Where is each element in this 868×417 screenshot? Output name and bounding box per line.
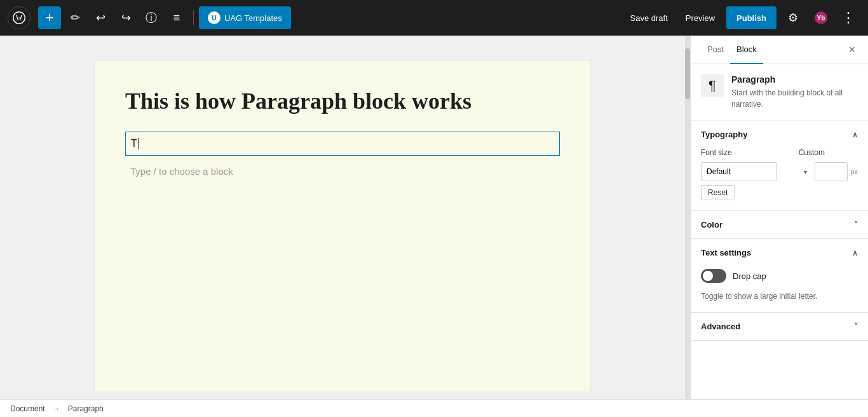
reset-button[interactable]: Reset	[701, 185, 735, 200]
list-view-button[interactable]: ≡	[165, 6, 188, 29]
text-settings-panel-content: Drop cap Toggle to show a large initial …	[691, 266, 868, 312]
px-unit-label: px	[850, 168, 858, 175]
drop-cap-label: Drop cap	[733, 271, 766, 281]
custom-px-input[interactable]	[815, 162, 848, 181]
more-icon: ⋮	[841, 10, 857, 26]
block-info-text: Paragraph Start with the building block …	[731, 74, 858, 110]
drop-cap-toggle[interactable]	[701, 269, 726, 283]
scrollbar-thumb[interactable]	[685, 48, 690, 99]
info-icon: ⓘ	[146, 10, 157, 25]
preview-button[interactable]: Preview	[679, 10, 721, 27]
font-size-select[interactable]: Default Small Medium Large Extra Large	[701, 162, 777, 181]
redo-icon: ↪	[121, 11, 131, 25]
toolbar-divider	[193, 10, 194, 25]
svg-text:Yb: Yb	[817, 15, 825, 22]
paragraph-breadcrumb: Paragraph	[68, 404, 104, 413]
block-description: Start with the building block of all nar…	[731, 87, 858, 110]
font-size-select-wrap: Default Small Medium Large Extra Large ▾	[701, 162, 811, 181]
block-name: Paragraph	[731, 74, 858, 85]
drop-cap-description: Toggle to show a large initial letter.	[701, 291, 858, 302]
font-size-controls: Default Small Medium Large Extra Large ▾…	[701, 162, 858, 200]
add-block-button[interactable]: +	[38, 6, 61, 29]
typography-chevron-up-icon: ∧	[852, 130, 858, 139]
yoast-button[interactable]: Yb	[810, 6, 832, 29]
font-size-labels-row: Font size Custom	[701, 148, 858, 157]
font-size-label: Font size	[701, 148, 732, 157]
uag-label: UAG Templates	[224, 13, 282, 23]
wp-logo[interactable]	[8, 6, 31, 29]
paragraph-cursor-area: T	[131, 135, 554, 153]
document-label: Document	[10, 404, 45, 413]
edit-icon-button[interactable]: ✏	[64, 6, 86, 29]
font-size-select-chevron-icon: ▾	[804, 168, 807, 175]
uag-templates-button[interactable]: U UAG Templates	[199, 6, 291, 29]
more-options-button[interactable]: ⋮	[837, 6, 860, 29]
breadcrumb-arrow: →	[53, 404, 60, 413]
settings-button[interactable]: ⚙	[782, 6, 804, 29]
color-label: Color	[701, 220, 722, 229]
editor-canvas[interactable]: This is how Paragraph block works T Type…	[95, 61, 590, 392]
custom-px-wrap: px	[815, 162, 858, 181]
advanced-panel: Advanced ˅	[691, 313, 868, 341]
toolbar-left: + ✏ ↩ ↪ ⓘ ≡ U UAG Templates	[8, 6, 621, 29]
main-area: This is how Paragraph block works T Type…	[0, 36, 868, 399]
close-icon: ×	[848, 43, 855, 56]
typography-panel: Typography ∧ Font size Custom Default Sm…	[691, 121, 868, 211]
advanced-chevron-down-icon: ˅	[854, 322, 858, 331]
cursor-text: T	[131, 138, 137, 149]
pencil-icon: ✏	[71, 11, 80, 25]
yoast-icon: Yb	[812, 9, 830, 27]
tab-post[interactable]: Post	[701, 36, 730, 64]
color-chevron-down-icon: ˅	[854, 221, 858, 229]
editor-scrollbar[interactable]	[685, 36, 690, 399]
advanced-label: Advanced	[701, 322, 740, 331]
text-settings-panel-header[interactable]: Text settings ∧	[691, 239, 868, 266]
status-bar: Document → Paragraph	[0, 399, 868, 417]
info-button[interactable]: ⓘ	[140, 6, 163, 29]
custom-label: Custom	[799, 148, 825, 157]
main-toolbar: + ✏ ↩ ↪ ⓘ ≡ U UAG Templates	[0, 0, 868, 36]
close-sidebar-button[interactable]: ×	[846, 41, 858, 59]
text-settings-chevron-up-icon: ∧	[852, 249, 858, 257]
list-view-icon: ≡	[173, 11, 180, 25]
editor-area[interactable]: This is how Paragraph block works T Type…	[0, 36, 685, 399]
typography-label: Typography	[701, 130, 747, 139]
post-title[interactable]: This is how Paragraph block works	[125, 86, 560, 116]
redo-button[interactable]: ↪	[114, 6, 137, 29]
pilcrow-icon: ¶	[709, 78, 716, 94]
undo-button[interactable]: ↩	[89, 6, 112, 29]
toolbar-right: Save draft Preview Publish ⚙ Yb ⋮	[624, 6, 860, 29]
paragraph-block[interactable]: T	[125, 132, 560, 156]
undo-icon: ↩	[96, 11, 105, 25]
text-cursor	[138, 138, 139, 149]
uag-icon: U	[208, 11, 220, 24]
add-block-hint: Type / to choose a block	[125, 163, 560, 179]
advanced-panel-header[interactable]: Advanced ˅	[691, 313, 868, 340]
typography-panel-header[interactable]: Typography ∧	[691, 121, 868, 148]
text-settings-panel: Text settings ∧ Drop cap Toggle to show …	[691, 239, 868, 313]
paragraph-block-icon: ¶	[701, 74, 724, 97]
color-panel-header[interactable]: Color ˅	[691, 211, 868, 238]
typography-panel-content: Font size Custom Default Small Medium La…	[691, 148, 868, 210]
right-sidebar: Post Block × ¶ Paragraph Start with the …	[690, 36, 868, 399]
block-info-section: ¶ Paragraph Start with the building bloc…	[691, 64, 868, 121]
save-draft-button[interactable]: Save draft	[624, 10, 674, 27]
gear-icon: ⚙	[788, 11, 798, 25]
tab-block[interactable]: Block	[730, 36, 763, 64]
toggle-thumb	[703, 271, 713, 281]
color-panel: Color ˅	[691, 211, 868, 239]
text-settings-label: Text settings	[701, 248, 751, 257]
publish-button[interactable]: Publish	[726, 6, 776, 29]
drop-cap-row: Drop cap	[701, 266, 858, 285]
sidebar-tabs: Post Block ×	[691, 36, 868, 64]
